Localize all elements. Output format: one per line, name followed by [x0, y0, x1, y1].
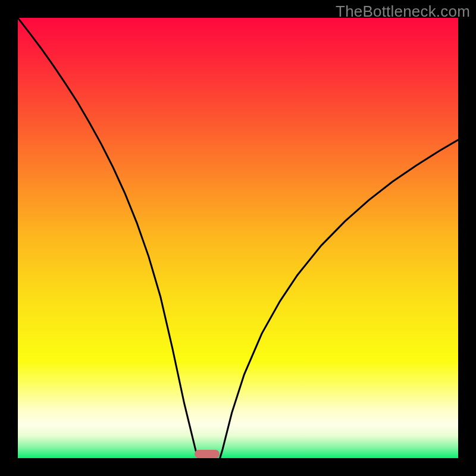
left-curve	[18, 18, 199, 458]
right-curve	[220, 140, 458, 458]
outer-frame: TheBottleneck.com	[0, 0, 476, 476]
trough-marker	[195, 450, 220, 458]
plot-area	[18, 18, 458, 458]
bottleneck-curves	[18, 18, 458, 458]
